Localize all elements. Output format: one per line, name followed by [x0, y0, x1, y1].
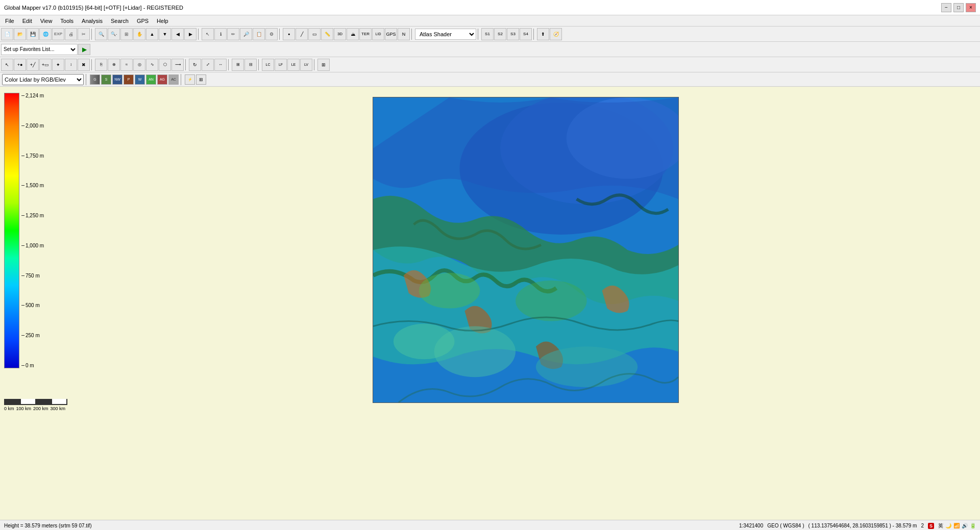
- run-favorites-button[interactable]: ▶: [78, 44, 90, 55]
- feature-info-button[interactable]: ℹ: [214, 28, 227, 40]
- cs-btn-5[interactable]: W: [135, 74, 145, 85]
- search-feature-button[interactable]: 🔎: [240, 28, 252, 40]
- svg-point-7: [516, 281, 587, 321]
- colorscheme-dropdown[interactable]: Color Lidar by RGB/Elev: [2, 74, 84, 85]
- lidar-edit-button[interactable]: LE: [287, 59, 300, 71]
- menu-analysis[interactable]: Analysis: [79, 17, 106, 25]
- map-area[interactable]: [71, 87, 980, 520]
- taskbar-icon-2: 🌙: [945, 523, 951, 528]
- cut-button[interactable]: ✂: [78, 28, 90, 40]
- window-controls[interactable]: − □ ×: [941, 3, 976, 12]
- menu-file[interactable]: File: [2, 17, 17, 25]
- menu-view[interactable]: View: [37, 17, 56, 25]
- flip-button[interactable]: ↔: [214, 59, 227, 71]
- open-web-button[interactable]: 🌐: [39, 28, 52, 40]
- scale-label-top: 2,124 m: [21, 93, 44, 98]
- menu-gps[interactable]: GPS: [134, 17, 152, 25]
- menu-help[interactable]: Help: [154, 17, 172, 25]
- simplify-button[interactable]: ≈: [120, 59, 133, 71]
- compass-btn[interactable]: 🧭: [550, 28, 562, 40]
- combine-button[interactable]: ⊕: [108, 59, 120, 71]
- snap-button[interactable]: ⊞: [232, 59, 244, 71]
- path-profile-button[interactable]: ⛰: [347, 28, 359, 40]
- pan-left-button[interactable]: ◀: [172, 28, 184, 40]
- print-button[interactable]: 🖨: [65, 28, 77, 40]
- terrain-option3[interactable]: S3: [507, 28, 519, 40]
- toolbar-row-2: ↖ +● +╱ +▭ ✦ ↕ ✖ ⎘ ⊕ ≈ ◎ ∿ ⬡ ⟿ ↻ ⤢ ↔ ⊞ ⊟…: [0, 57, 980, 72]
- rotate-button[interactable]: ↻: [189, 59, 201, 71]
- delete-feature-button[interactable]: ✖: [78, 59, 90, 71]
- draw-point-button[interactable]: ●: [283, 28, 295, 40]
- terrain-button[interactable]: TER: [359, 28, 372, 40]
- lidar-button[interactable]: LID: [372, 28, 384, 40]
- cs-btn-3[interactable]: NW: [112, 74, 122, 85]
- draw-area-button[interactable]: ▭: [308, 28, 321, 40]
- scale-label-0: 0 m: [21, 363, 44, 368]
- menu-search[interactable]: Search: [108, 17, 132, 25]
- cs-btn-8[interactable]: AC: [168, 74, 179, 85]
- cs-btn-1[interactable]: G: [90, 74, 100, 85]
- draw-line-button[interactable]: ╱: [296, 28, 308, 40]
- export-button[interactable]: EXP: [52, 28, 64, 40]
- zoom-in-button[interactable]: 🔍: [95, 28, 107, 40]
- north-arrow-button[interactable]: N: [398, 28, 410, 40]
- maximize-button[interactable]: □: [953, 3, 964, 12]
- cs-btn-6[interactable]: AN: [146, 74, 156, 85]
- edit-vertex-button[interactable]: ✦: [52, 59, 64, 71]
- zoom-extent-button[interactable]: ⊞: [120, 28, 133, 40]
- split-button[interactable]: ⎘: [95, 59, 107, 71]
- menu-tools[interactable]: Tools: [57, 17, 77, 25]
- cs-btn-2[interactable]: S: [101, 74, 111, 85]
- 3d-view-button[interactable]: 3D: [334, 28, 346, 40]
- lidar-filter-button[interactable]: LF: [275, 59, 287, 71]
- ruler-seg-1: [5, 399, 21, 404]
- new-button[interactable]: 📄: [1, 28, 13, 40]
- lidar-class-button[interactable]: LC: [262, 59, 274, 71]
- shader-option1[interactable]: S1: [481, 28, 494, 40]
- node-snap-button[interactable]: ⊟: [244, 59, 257, 71]
- separator-6: [533, 29, 535, 40]
- cs-grid-button[interactable]: ⊞: [196, 74, 206, 85]
- add-line-button[interactable]: +╱: [27, 59, 39, 71]
- offset-button[interactable]: ⟿: [172, 59, 184, 71]
- favorites-dropdown[interactable]: Set up Favorites List...: [1, 44, 78, 55]
- minimize-button[interactable]: −: [941, 3, 951, 12]
- smooth-button[interactable]: ∿: [146, 59, 158, 71]
- shader-option2[interactable]: S2: [494, 28, 506, 40]
- lidar-view-button[interactable]: LV: [300, 59, 312, 71]
- add-area-button[interactable]: +▭: [39, 59, 52, 71]
- shader-dropdown[interactable]: Atlas Shader Slope Shader Aspect Shader: [415, 29, 476, 40]
- gps-track-button[interactable]: GPS: [385, 28, 397, 40]
- crop-button[interactable]: ⬡: [159, 59, 171, 71]
- digitize-button[interactable]: ✏: [227, 28, 239, 40]
- map-image[interactable]: [373, 97, 679, 403]
- buffer-button[interactable]: ◎: [133, 59, 145, 71]
- select-button[interactable]: ↖: [202, 28, 214, 40]
- zoom-out-button[interactable]: 🔍-: [108, 28, 120, 40]
- scale-features-button[interactable]: ⤢: [202, 59, 214, 71]
- move-feature-button[interactable]: ↕: [65, 59, 77, 71]
- separator-3: [279, 29, 281, 40]
- close-button[interactable]: ×: [966, 3, 976, 12]
- measure-button[interactable]: 📏: [321, 28, 333, 40]
- cs-lidar-button[interactable]: ⚡: [185, 74, 195, 85]
- config-button[interactable]: ⚙: [265, 28, 278, 40]
- grid-button[interactable]: ⊞: [317, 59, 330, 71]
- select-features-button[interactable]: ↖: [1, 59, 13, 71]
- layer-control-button[interactable]: 📋: [253, 28, 265, 40]
- color-scale: 2,124 m 2,000 m 1,750 m 1,500 m: [4, 93, 67, 389]
- cs-btn-7[interactable]: AG: [157, 74, 167, 85]
- add-point-button[interactable]: +●: [14, 59, 26, 71]
- menu-edit[interactable]: Edit: [19, 17, 35, 25]
- cs-btn-4[interactable]: P: [124, 74, 134, 85]
- save-button[interactable]: 💾: [27, 28, 39, 40]
- status-height: Height = 38.579 meters (srtm 59 07.tif): [4, 523, 739, 528]
- sep-cs-2: [181, 74, 183, 85]
- north-symbol-btn[interactable]: ⬆: [537, 28, 549, 40]
- pan-up-button[interactable]: ▲: [146, 28, 158, 40]
- open-button[interactable]: 📂: [14, 28, 26, 40]
- pan-down-button[interactable]: ▼: [159, 28, 171, 40]
- pan-button[interactable]: ✋: [133, 28, 145, 40]
- terrain-option4[interactable]: S4: [520, 28, 532, 40]
- pan-right-button[interactable]: ▶: [184, 28, 197, 40]
